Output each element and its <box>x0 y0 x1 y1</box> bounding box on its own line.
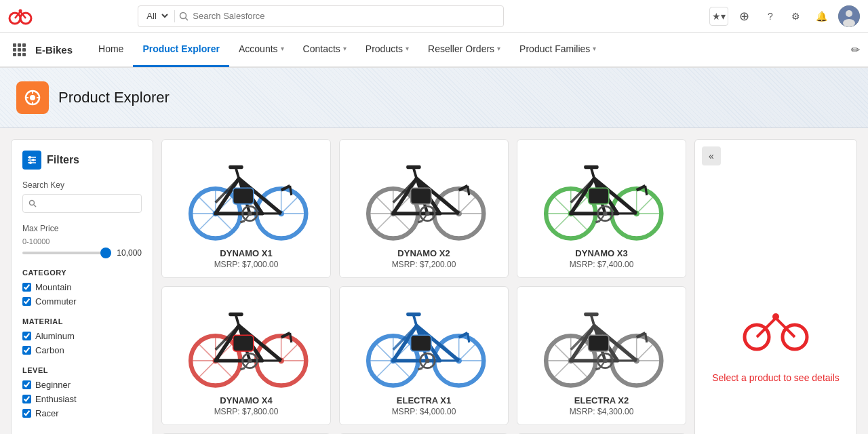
product-card-dynamo-x4[interactable]: DYNAMO X4MSRP: $7,800.00 <box>161 286 331 425</box>
page-title: Product Explorer <box>58 89 170 106</box>
svg-line-104 <box>646 186 647 195</box>
svg-rect-166 <box>406 313 421 316</box>
svg-line-171 <box>418 368 422 370</box>
svg-line-118 <box>198 343 216 361</box>
app-name[interactable]: E-Bikes <box>35 44 73 56</box>
settings-btn[interactable]: ⚙ <box>787 7 806 26</box>
svg-line-164 <box>468 333 469 342</box>
category-filter: CATEGORY Mountain Commuter <box>22 269 142 307</box>
svg-point-15 <box>28 156 31 159</box>
products-chevron-icon: ▾ <box>406 45 409 52</box>
level-beginner-checkbox[interactable] <box>22 380 31 389</box>
svg-rect-46 <box>229 165 243 169</box>
product-card-dynamo-x1[interactable]: DYNAMO X1MSRP: $7,000.00 <box>161 139 331 278</box>
app-launcher-btn[interactable] <box>8 39 30 60</box>
notifications-btn[interactable]: 🔔 <box>812 7 831 26</box>
category-commuter-checkbox[interactable] <box>22 297 31 306</box>
material-carbon-checkbox[interactable] <box>22 346 31 355</box>
nav-item-products[interactable]: Products ▾ <box>356 32 418 67</box>
products-grid: DYNAMO X1MSRP: $7,000.00 <box>161 139 686 434</box>
page-header: Product Explorer <box>0 68 868 128</box>
svg-line-90 <box>571 214 589 231</box>
svg-line-60 <box>393 214 411 231</box>
material-title: MATERIAL <box>22 317 142 326</box>
category-commuter[interactable]: Commuter <box>22 296 142 307</box>
filters-icon <box>22 151 41 170</box>
svg-rect-197 <box>589 335 609 351</box>
products-area: DYNAMO X1MSRP: $7,000.00 <box>161 139 686 434</box>
svg-line-88 <box>553 196 571 214</box>
search-key-filter: Search Key <box>22 180 142 213</box>
add-btn[interactable]: ⊕ <box>735 7 754 26</box>
product-card-dynamo-x2[interactable]: DYNAMO X2MSRP: $7,200.00 <box>339 139 509 278</box>
product-card-electra-x2[interactable]: ELECTRA X2MSRP: $4,300.00 <box>517 286 686 425</box>
sliders-icon <box>26 155 37 165</box>
product-name-electra-x1: ELECTRA X1 <box>397 395 451 406</box>
level-enthusiast-checkbox[interactable] <box>22 395 31 403</box>
level-enthusiast[interactable]: Enthusiast <box>22 394 142 404</box>
level-beginner[interactable]: Beginner <box>22 380 142 390</box>
nav-item-reseller-orders[interactable]: Reseller Orders ▾ <box>418 32 510 67</box>
svg-point-6 <box>846 10 852 17</box>
favorites-btn[interactable]: ★▾ <box>709 7 728 26</box>
nav-item-contacts[interactable]: Contacts ▾ <box>294 32 356 67</box>
product-name-dynamo-x1: DYNAMO X1 <box>220 248 272 258</box>
product-price-electra-x1: MSRP: $4,000.00 <box>392 407 456 416</box>
svg-line-75 <box>414 168 416 178</box>
search-key-input-wrapper[interactable] <box>22 194 142 213</box>
svg-rect-77 <box>411 188 431 204</box>
svg-line-120 <box>216 361 233 378</box>
filters-panel: Filters Search Key Max Price 0-10000 10,… <box>11 139 153 434</box>
level-filter: LEVEL Beginner Enthusiast Racer <box>22 366 142 418</box>
app-logo[interactable] <box>8 6 33 26</box>
detail-message: Select a product to see details <box>712 372 840 383</box>
svg-line-59 <box>376 214 393 231</box>
product-name-dynamo-x3: DYNAMO X3 <box>575 248 627 258</box>
material-carbon[interactable]: Carbon <box>22 345 142 355</box>
level-racer-label: Racer <box>35 408 59 418</box>
nav-edit-btn[interactable]: ✏ <box>851 43 860 56</box>
svg-point-294 <box>772 313 779 320</box>
svg-line-58 <box>376 196 393 214</box>
level-racer-checkbox[interactable] <box>22 409 31 418</box>
top-nav-actions: ★▾ ⊕ ? ⚙ 🔔 <box>709 5 860 27</box>
search-key-field[interactable] <box>41 199 136 208</box>
level-racer[interactable]: Racer <box>22 408 142 418</box>
svg-line-178 <box>553 343 571 361</box>
user-avatar[interactable] <box>838 5 860 27</box>
material-aluminum[interactable]: Aluminum <box>22 331 142 341</box>
product-image-dynamo-x2 <box>348 148 500 243</box>
nav-item-product-families[interactable]: Product Families ▾ <box>510 32 606 67</box>
svg-point-9 <box>30 95 35 100</box>
product-card-dynamo-x3[interactable]: DYNAMO X3MSRP: $7,400.00 <box>517 139 686 278</box>
svg-point-7 <box>843 19 855 27</box>
help-btn[interactable]: ? <box>761 7 780 26</box>
material-carbon-label: Carbon <box>35 345 64 355</box>
svg-line-179 <box>553 361 571 378</box>
product-image-dynamo-x1 <box>170 148 322 243</box>
svg-line-105 <box>591 168 594 178</box>
product-name-electra-x2: ELECTRA X2 <box>574 395 629 406</box>
nav-item-home[interactable]: Home <box>89 32 133 67</box>
category-mountain[interactable]: Mountain <box>22 282 142 292</box>
category-mountain-checkbox[interactable] <box>22 283 31 292</box>
search-input[interactable] <box>193 11 498 21</box>
price-slider[interactable] <box>22 252 111 254</box>
product-price-electra-x2: MSRP: $4,300.00 <box>570 407 634 416</box>
price-range-label: 0-10000 <box>22 237 142 245</box>
category-title: CATEGORY <box>22 269 142 277</box>
material-aluminum-checkbox[interactable] <box>22 332 31 340</box>
app-navigation: E-Bikes Home Product Explorer Accounts ▾… <box>0 33 868 68</box>
product-image-dynamo-x4 <box>170 295 322 390</box>
detail-collapse-btn[interactable]: « <box>702 146 721 165</box>
nav-item-accounts[interactable]: Accounts ▾ <box>229 32 294 67</box>
svg-line-96 <box>637 196 654 214</box>
global-search-bar[interactable]: All <box>138 5 504 27</box>
nav-item-product-explorer[interactable]: Product Explorer <box>133 32 229 67</box>
svg-line-36 <box>281 196 299 214</box>
search-scope-select[interactable]: All <box>144 10 170 22</box>
product-card-electra-x1[interactable]: ELECTRA X1MSRP: $4,000.00 <box>339 286 509 425</box>
svg-rect-167 <box>411 335 431 351</box>
product-name-dynamo-x4: DYNAMO X4 <box>220 395 272 406</box>
svg-line-89 <box>553 214 571 231</box>
